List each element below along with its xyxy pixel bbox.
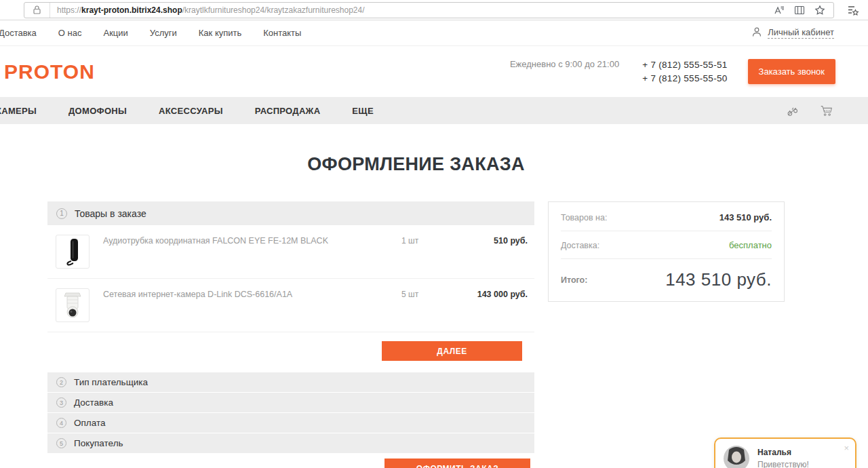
step-3-label: Доставка (74, 397, 113, 408)
browser-toolbar: https://krayt-proton.bitrix24.shop/krayt… (0, 0, 868, 20)
product-quantity: 1 шт (401, 235, 462, 246)
summary-products-value: 143 510 руб. (719, 212, 772, 222)
order-column: 1 Товары в заказе Аудиотрубка координатн… (47, 201, 534, 468)
step-5-number: 5 (56, 438, 66, 448)
step-5-label: Покупатель (74, 438, 123, 448)
step-3-number: 3 (56, 397, 66, 408)
utility-menu: Доставка О нас Акции Услуги Как купить К… (0, 20, 868, 46)
menu-item-services[interactable]: Услуги (150, 28, 177, 38)
site-header: PROTON Ежедневно с 9:00 до 21:00 + 7 (81… (0, 46, 868, 97)
step-1-label: Товары в заказе (75, 208, 146, 219)
chat-message: Приветствую! (757, 460, 809, 468)
product-quantity: 5 шт (401, 288, 462, 299)
bookmark-star-icon[interactable] (814, 5, 825, 16)
translate-icon[interactable] (774, 5, 785, 16)
product-row: Сетевая интернет-камера D-Link DCS-6616/… (47, 279, 534, 332)
product-image-camera (56, 288, 90, 322)
lock-icon[interactable] (24, 3, 50, 18)
step-3-delivery[interactable]: 3 Доставка (47, 393, 534, 412)
step-4-label: Оплата (74, 418, 105, 428)
step-5-buyer[interactable]: 5 Покупатель (47, 433, 534, 453)
nav-item-accessories[interactable]: АКСЕССУАРЫ (159, 106, 223, 116)
summary-total-row: Итого: 143 510 руб. (561, 259, 772, 290)
account-area[interactable]: Личный кабинет (751, 26, 834, 39)
nav-item-more[interactable]: ЕЩЕ (352, 106, 374, 116)
main-nav: КАМЕРЫ ДОМОФОНЫ АКСЕССУАРЫ РАСПРОДАЖА ЕЩ… (0, 97, 868, 124)
menu-item-promos[interactable]: Акции (103, 28, 127, 38)
chat-widget[interactable]: Наталья Приветствую! × (714, 437, 856, 468)
product-name[interactable]: Сетевая интернет-камера D-Link DCS-6616/… (103, 288, 401, 299)
step-2-number: 2 (56, 377, 66, 387)
summary-total-value: 143 510 руб. (665, 269, 772, 290)
summary-delivery-row: Доставка: бесплатно (561, 231, 772, 259)
account-link[interactable]: Личный кабинет (768, 27, 834, 39)
checkout-page: ОФОРМЛЕНИЕ ЗАКАЗА 1 Товары в заказе Ауди… (47, 154, 785, 468)
menu-item-contacts[interactable]: Контакты (263, 28, 301, 38)
chat-agent-name: Наталья (757, 448, 809, 457)
summary-products-row: Товаров на: 143 510 руб. (561, 203, 772, 231)
url-protocol: https:// (57, 5, 81, 15)
product-price: 510 руб. (462, 235, 528, 246)
step-1-number: 1 (56, 208, 67, 219)
user-icon (751, 26, 762, 39)
working-hours: Ежедневно с 9:00 до 21:00 (510, 59, 619, 69)
compare-scales-icon[interactable] (785, 103, 800, 118)
url-domain: krayt-proton.bitrix24.shop (81, 5, 182, 15)
step-2-payer-type[interactable]: 2 Тип плательщика (47, 372, 534, 392)
step-4-payment[interactable]: 4 Оплата (47, 413, 534, 433)
phone-numbers: + 7 (812) 555-55-51 + 7 (812) 555-55-50 (642, 58, 727, 85)
product-row: Аудиотрубка координатная FALCON EYE FE-1… (47, 225, 534, 279)
url-path: /kraytlkfurnitureshop24/kraytzakazfurnit… (182, 5, 365, 15)
step-4-number: 4 (56, 418, 66, 428)
nav-item-intercoms[interactable]: ДОМОФОНЫ (68, 106, 127, 116)
reader-mode-icon[interactable] (794, 5, 805, 16)
nav-item-sale[interactable]: РАСПРОДАЖА (255, 106, 321, 116)
phone-number-1[interactable]: + 7 (812) 555-55-51 (642, 58, 727, 72)
order-footer: ДАЛЕЕ (47, 332, 534, 372)
order-summary: Товаров на: 143 510 руб. Доставка: беспл… (548, 201, 785, 302)
address-bar[interactable]: https://krayt-proton.bitrix24.shop/krayt… (24, 2, 834, 18)
place-order-button[interactable]: ОФОРМИТЬ ЗАКАЗ (384, 459, 530, 468)
step-1-header[interactable]: 1 Товары в заказе (47, 201, 534, 225)
chat-text: Наталья Приветствую! (757, 446, 809, 468)
nav-item-cameras[interactable]: КАМЕРЫ (0, 106, 37, 116)
next-step-button[interactable]: ДАЛЕЕ (382, 341, 522, 361)
chat-agent-avatar (724, 446, 749, 468)
step-2-label: Тип плательщика (74, 377, 148, 387)
site-logo[interactable]: PROTON (4, 60, 95, 83)
summary-delivery-label: Доставка: (561, 241, 599, 250)
product-price: 143 000 руб. (462, 288, 528, 299)
menu-item-delivery[interactable]: Доставка (0, 28, 37, 38)
menu-item-how-to-buy[interactable]: Как купить (199, 28, 241, 38)
chat-close-icon[interactable]: × (844, 443, 849, 453)
url-text[interactable]: https://krayt-proton.bitrix24.shop/krayt… (50, 5, 766, 15)
phone-number-2[interactable]: + 7 (812) 555-55-50 (642, 72, 727, 85)
request-call-button[interactable]: Заказать звонок (748, 59, 835, 84)
summary-products-label: Товаров на: (561, 213, 607, 222)
collections-icon[interactable] (845, 2, 861, 18)
product-name[interactable]: Аудиотрубка координатная FALCON EYE FE-1… (103, 235, 401, 246)
summary-total-label: Итого: (561, 275, 587, 285)
product-image-handset (56, 235, 90, 269)
menu-item-about[interactable]: О нас (58, 28, 82, 38)
page-title: ОФОРМЛЕНИЕ ЗАКАЗА (47, 154, 785, 175)
cart-icon[interactable] (819, 103, 834, 118)
summary-column: Товаров на: 143 510 руб. Доставка: беспл… (548, 201, 785, 302)
summary-delivery-value: бесплатно (729, 240, 772, 250)
